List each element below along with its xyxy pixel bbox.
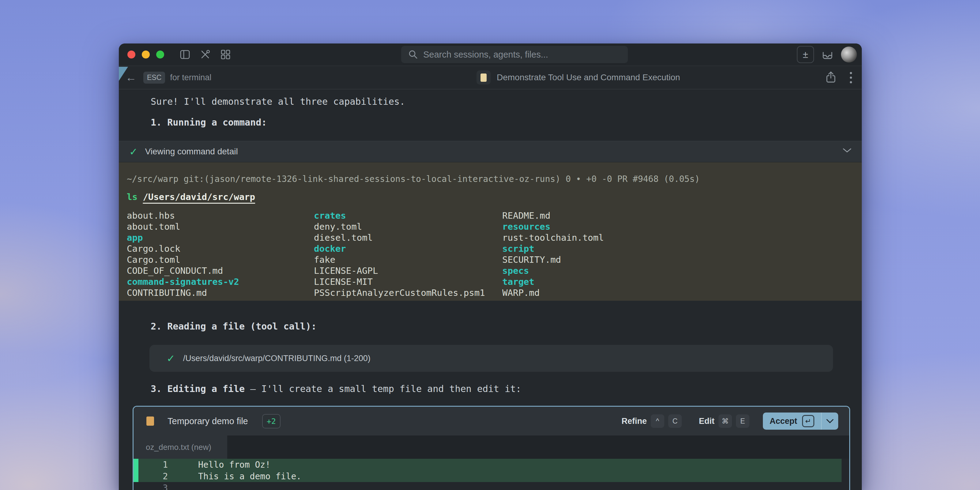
traffic-lights [127, 51, 164, 59]
more-menu-icon[interactable] [849, 71, 853, 84]
esc-key-badge: ESC [143, 72, 165, 84]
desktop-background: { "colors": { "accent_blue": "#7ca8c3", … [0, 0, 980, 490]
file-entry: SECURITY.md [502, 254, 604, 265]
search-input[interactable] [423, 49, 621, 60]
refine-button[interactable]: Refine ^ C [621, 414, 682, 428]
inbox-icon[interactable] [821, 48, 834, 61]
listing-column-2: crates deny.toml diesel.toml docker fake… [314, 210, 485, 298]
accept-options-chevron[interactable] [822, 412, 838, 430]
command-line: ls /Users/david/src/warp [127, 192, 255, 202]
close-button[interactable] [127, 51, 135, 59]
file-entry: app [127, 232, 239, 243]
file-entry: Cargo.toml [127, 254, 239, 265]
editor-tab-bar: oz_demo.txt (new) [134, 436, 849, 459]
command-argument: /Users/david/src/warp [143, 192, 255, 202]
file-entry: deny.toml [314, 221, 485, 232]
file-entry: CONTRIBUTING.md [127, 287, 239, 298]
edit-panel-title: Temporary demo file [167, 416, 248, 426]
adjust-font-size-button[interactable]: ± [797, 46, 814, 63]
maximize-button[interactable] [156, 51, 164, 59]
c-keycap: C [668, 414, 682, 428]
file-entry: PSScriptAnalyzerCustomRules.psm1 [314, 287, 485, 298]
step-3-heading: 3. Editing a file — I'll create a small … [151, 382, 521, 396]
plus-minus-icon: ± [803, 49, 808, 60]
file-entry: about.hbs [127, 210, 239, 221]
file-entry: CODE_OF_CONDUCT.md [127, 265, 239, 276]
added-lines-badge: +2 [262, 414, 280, 428]
search-icon [408, 49, 418, 60]
back-arrow-icon[interactable]: ← [126, 72, 137, 83]
accept-button[interactable]: Accept ↵ [763, 412, 821, 430]
file-entry: specs [502, 265, 604, 276]
command-detail-label: Viewing command detail [145, 147, 238, 156]
return-key-icon: ↵ [802, 415, 814, 427]
session-doc-icon [477, 70, 491, 84]
check-icon: ✓ [129, 147, 138, 157]
share-icon[interactable] [824, 71, 838, 84]
listing-column-1: about.hbs about.toml app Cargo.lock Carg… [127, 210, 239, 298]
file-entry: LICENSE-MIT [314, 276, 485, 287]
file-entry: Cargo.lock [127, 243, 239, 254]
edit-file-panel: Temporary demo file +2 Refine ^ C Edit ⌘… [133, 406, 850, 490]
check-icon: ✓ [167, 353, 175, 364]
file-entry: WARP.md [502, 287, 604, 298]
step-2-heading: 2. Reading a file (tool call): [151, 320, 317, 333]
ctrl-keycap: ^ [651, 414, 664, 428]
assistant-message: Sure! I'll demonstrate all three capabil… [151, 95, 405, 108]
e-keycap: E [736, 414, 749, 428]
step-1-heading: 1. Running a command: [151, 116, 267, 129]
warp-window: ± ← ESC for terminal Demonstrate Tool Us… [119, 43, 862, 490]
file-entry: resources [502, 221, 604, 232]
tools-icon[interactable] [199, 48, 211, 60]
file-entry: diesel.toml [314, 232, 485, 243]
code-area: 1 Hello from Oz! 2 This is a demo file. … [134, 459, 849, 490]
terminal-output-block: ~/src/warp git:(jason/remote-1326-link-s… [119, 162, 862, 301]
file-entry: docker [314, 243, 485, 254]
command-name: ls [127, 192, 137, 202]
grid-view-icon[interactable] [219, 48, 232, 60]
code-line: 1 Hello from Oz! [134, 459, 842, 470]
file-doc-icon [146, 417, 154, 426]
session-title: Demonstrate Tool Use and Command Executi… [497, 73, 680, 83]
titlebar: ± [119, 43, 862, 65]
minimize-button[interactable] [142, 51, 150, 59]
file-read-path: /Users/david/src/warp/CONTRIBUTING.md (1… [183, 354, 371, 363]
file-entry: crates [314, 210, 485, 221]
file-entry: README.md [502, 210, 604, 221]
file-entry: target [502, 276, 604, 287]
file-read-card[interactable]: ✓ /Users/david/src/warp/CONTRIBUTING.md … [150, 345, 833, 372]
code-line: 3 [134, 482, 849, 490]
file-entry: LICENSE-AGPL [314, 265, 485, 276]
listing-column-3: README.md resources rust-toolchain.toml … [502, 210, 604, 298]
file-entry: about.toml [127, 221, 239, 232]
avatar[interactable] [841, 46, 857, 62]
edit-button[interactable]: Edit ⌘ E [699, 414, 749, 428]
file-entry: command-signatures-v2 [127, 276, 239, 287]
code-line: 2 This is a demo file. [134, 470, 842, 482]
shell-prompt: ~/src/warp git:(jason/remote-1326-link-s… [127, 174, 700, 184]
chevron-down-icon[interactable] [843, 148, 851, 153]
file-entry: rust-toolchain.toml [502, 232, 604, 243]
cmd-keycap: ⌘ [719, 414, 732, 428]
edit-panel-header: Temporary demo file +2 Refine ^ C Edit ⌘… [134, 407, 849, 436]
tab-oz-demo[interactable]: oz_demo.txt (new) [134, 436, 227, 459]
command-detail-toggle[interactable]: ✓ Viewing command detail [119, 141, 862, 162]
global-search[interactable] [401, 46, 628, 63]
esc-hint-label: for terminal [170, 73, 211, 83]
sidebar-toggle-icon[interactable] [179, 48, 191, 60]
session-navbar: ← ESC for terminal Demonstrate Tool Use … [119, 65, 862, 89]
file-entry: script [502, 243, 604, 254]
accept-split-button: Accept ↵ [763, 412, 838, 430]
file-entry: fake [314, 254, 485, 265]
